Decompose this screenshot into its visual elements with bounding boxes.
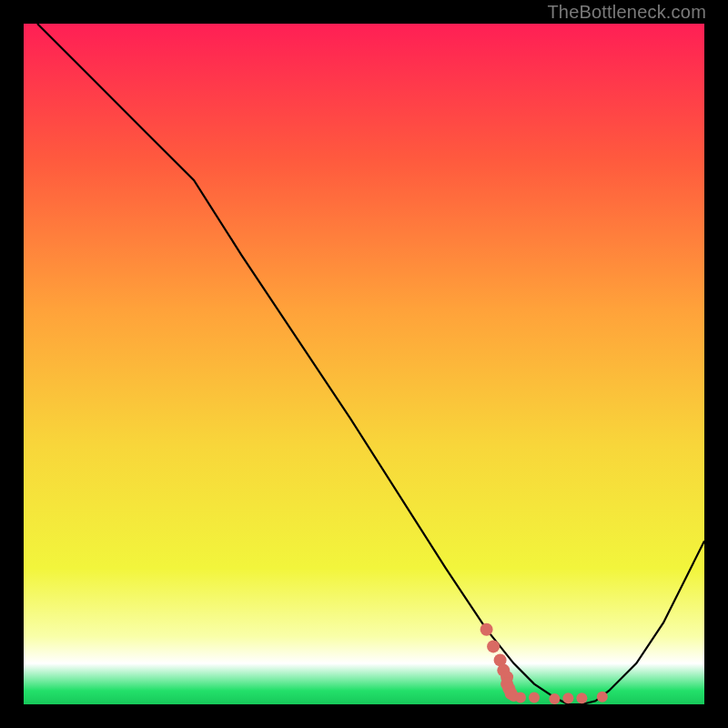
highlight-dot bbox=[515, 693, 526, 703]
highlight-dot bbox=[480, 623, 493, 636]
chart-background bbox=[24, 24, 704, 704]
chart-svg bbox=[24, 24, 704, 704]
highlight-dot bbox=[562, 693, 573, 703]
chart-container bbox=[24, 24, 704, 704]
highlight-dot bbox=[576, 693, 587, 703]
highlight-dot bbox=[529, 693, 540, 703]
highlight-dot bbox=[549, 693, 560, 704]
highlight-dot bbox=[597, 692, 608, 703]
watermark-text: TheBottleneck.com bbox=[547, 2, 706, 23]
highlight-dot bbox=[487, 640, 500, 652]
